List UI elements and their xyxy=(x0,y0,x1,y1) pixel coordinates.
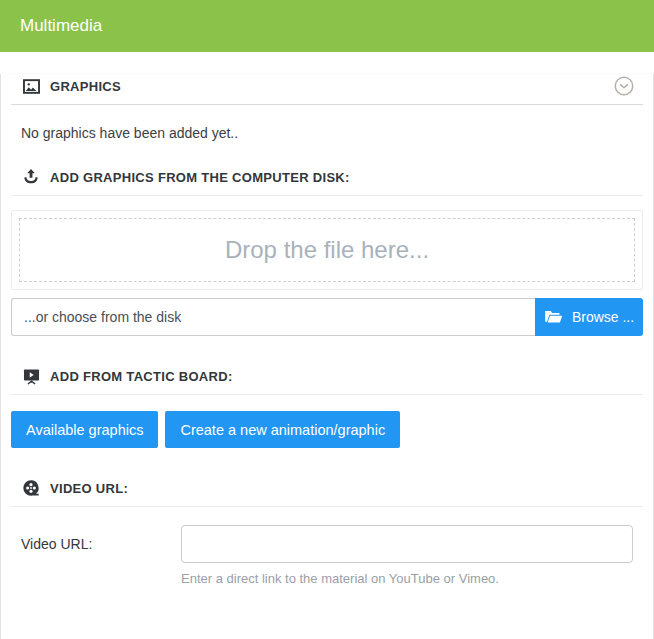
browse-button[interactable]: Browse ... xyxy=(535,298,643,336)
tactic-section-header: ADD FROM TACTIC BOARD: xyxy=(1,364,653,388)
video-url-label: Video URL: xyxy=(21,536,181,552)
tactic-section-title: ADD FROM TACTIC BOARD: xyxy=(50,369,233,384)
video-url-form-row: Video URL: xyxy=(21,525,633,563)
chevron-circle-down-icon[interactable] xyxy=(613,75,635,97)
browse-button-label: Browse ... xyxy=(572,309,634,325)
tactic-board-icon xyxy=(21,366,41,386)
available-graphics-button[interactable]: Available graphics xyxy=(11,411,158,448)
graphics-empty-message: No graphics have been added yet.. xyxy=(21,125,633,141)
image-icon xyxy=(21,76,41,96)
file-dropzone-inner: Drop the file here... xyxy=(19,218,635,282)
file-path-input[interactable] xyxy=(11,298,535,336)
tactic-buttons-row: Available graphics Create a new animatio… xyxy=(11,411,643,448)
upload-icon xyxy=(21,167,41,187)
upload-section-title: ADD GRAPHICS FROM THE COMPUTER DISK: xyxy=(50,170,350,185)
panel-header: Multimedia xyxy=(0,0,654,52)
divider xyxy=(11,506,643,507)
file-dropzone[interactable]: Drop the file here... xyxy=(11,210,643,290)
graphics-section-title: GRAPHICS xyxy=(50,79,121,94)
video-url-input[interactable] xyxy=(181,525,633,563)
dropzone-text: Drop the file here... xyxy=(225,236,429,264)
divider xyxy=(11,195,643,196)
video-section-title: VIDEO URL: xyxy=(50,481,128,496)
divider xyxy=(11,104,643,105)
folder-open-icon xyxy=(544,309,563,325)
multimedia-panel: GRAPHICS No graphics have been added yet… xyxy=(0,74,654,639)
create-animation-button[interactable]: Create a new animation/graphic xyxy=(165,411,400,448)
video-section-header: VIDEO URL: xyxy=(1,476,653,500)
divider xyxy=(11,394,643,395)
panel-title: Multimedia xyxy=(20,16,102,36)
video-url-helper-text: Enter a direct link to the material on Y… xyxy=(181,571,633,586)
upload-section-header: ADD GRAPHICS FROM THE COMPUTER DISK: xyxy=(1,165,653,189)
film-reel-icon xyxy=(21,478,41,498)
file-choose-row: Browse ... xyxy=(11,298,643,336)
graphics-section-header: GRAPHICS xyxy=(1,74,653,98)
